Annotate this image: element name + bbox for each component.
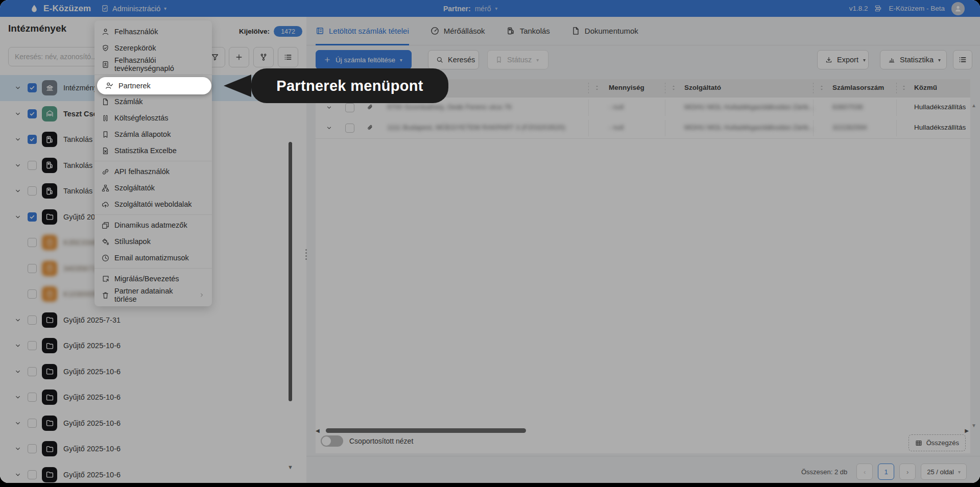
tour-tooltip: Partnerek menüpont [251, 68, 448, 103]
user-check-icon [105, 82, 113, 90]
partnerek-label: Partnerek [118, 82, 151, 90]
app-window: E-Közüzem Adminisztráció ▾ Partner: mérő… [0, 0, 980, 483]
tour-dim-overlay [0, 0, 980, 483]
menu-item-partnerek-highlighted[interactable]: Partnerek [97, 77, 211, 94]
tooltip-text: Partnerek menüpont [276, 78, 423, 94]
tooltip-arrow [224, 75, 251, 97]
